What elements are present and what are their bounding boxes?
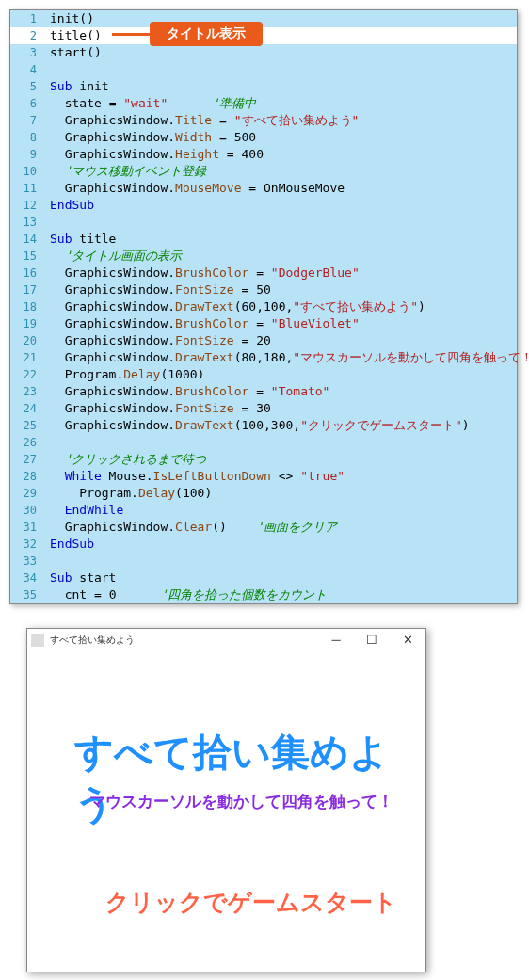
code-content[interactable]: cnt = 0 '四角を拾った個数をカウント	[44, 586, 517, 603]
code-content[interactable]: 'タイトル画面の表示	[44, 248, 517, 265]
code-line[interactable]: 3start()	[10, 44, 517, 61]
code-line[interactable]: 8 GraphicsWindow.Width = 500	[10, 129, 517, 146]
code-content[interactable]: Program.Delay(100)	[44, 485, 517, 502]
code-line[interactable]: 15 'タイトル画面の表示	[10, 248, 517, 265]
code-line[interactable]: 6 state = "wait" '準備中	[10, 95, 517, 112]
code-content[interactable]: start()	[44, 44, 517, 61]
titlebar[interactable]: すべて拾い集めよう ─ ☐ ✕	[27, 629, 425, 651]
line-number: 5	[10, 78, 44, 95]
line-number: 11	[10, 180, 44, 197]
line-number: 15	[10, 248, 44, 265]
line-number: 3	[10, 44, 44, 61]
code-line[interactable]: 20 GraphicsWindow.FontSize = 20	[10, 332, 517, 349]
line-number: 27	[10, 451, 44, 468]
code-content[interactable]: Program.Delay(1000)	[44, 366, 517, 383]
line-number: 30	[10, 502, 44, 519]
code-line[interactable]: 2title()	[10, 27, 517, 44]
code-line[interactable]: 26	[10, 434, 517, 451]
code-content[interactable]: GraphicsWindow.Width = 500	[44, 129, 517, 146]
code-line[interactable]: 23 GraphicsWindow.BrushColor = "Tomato"	[10, 383, 517, 400]
code-line[interactable]: 32EndSub	[10, 536, 517, 553]
callout-connector	[112, 33, 150, 36]
line-number: 16	[10, 265, 44, 281]
code-content[interactable]: GraphicsWindow.Height = 400	[44, 146, 517, 163]
code-line[interactable]: 10 'マウス移動イベント登録	[10, 163, 517, 180]
code-content[interactable]: GraphicsWindow.DrawText(80,180,"マウスカーソルを…	[44, 349, 529, 366]
code-line[interactable]: 21 GraphicsWindow.DrawText(80,180,"マウスカー…	[10, 349, 517, 366]
code-content[interactable]: GraphicsWindow.FontSize = 20	[44, 332, 517, 349]
code-content[interactable]: EndSub	[44, 536, 517, 553]
line-number: 22	[10, 366, 44, 383]
code-line[interactable]: 35 cnt = 0 '四角を拾った個数をカウント	[10, 586, 517, 603]
code-line[interactable]: 28 While Mouse.IsLeftButtonDown <> "true…	[10, 468, 517, 485]
line-number: 24	[10, 400, 44, 417]
line-number: 19	[10, 315, 44, 332]
code-line[interactable]: 24 GraphicsWindow.FontSize = 30	[10, 400, 517, 417]
code-line[interactable]: 11 GraphicsWindow.MouseMove = OnMouseMov…	[10, 180, 517, 197]
code-line[interactable]: 12EndSub	[10, 197, 517, 214]
code-content[interactable]: Sub init	[44, 78, 517, 95]
code-content[interactable]: GraphicsWindow.Title = "すべて拾い集めよう"	[44, 112, 517, 129]
code-line[interactable]: 5Sub init	[10, 78, 517, 95]
line-number: 2	[10, 27, 44, 44]
code-line[interactable]: 18 GraphicsWindow.DrawText(60,100,"すべて拾い…	[10, 298, 517, 315]
line-number: 12	[10, 197, 44, 214]
code-line[interactable]: 7 GraphicsWindow.Title = "すべて拾い集めよう"	[10, 112, 517, 129]
code-line[interactable]: 16 GraphicsWindow.BrushColor = "DodgerBl…	[10, 265, 517, 281]
line-number: 4	[10, 61, 44, 78]
code-line[interactable]: 19 GraphicsWindow.BrushColor = "BlueViol…	[10, 315, 517, 332]
minimize-button[interactable]: ─	[318, 633, 354, 647]
code-line[interactable]: 14Sub title	[10, 231, 517, 248]
code-content[interactable]: 'クリックされるまで待つ	[44, 451, 517, 468]
code-line[interactable]: 1init()	[10, 10, 517, 27]
line-number: 18	[10, 298, 44, 315]
code-content[interactable]: While Mouse.IsLeftButtonDown <> "true"	[44, 468, 517, 485]
line-number: 7	[10, 112, 44, 129]
code-content[interactable]: GraphicsWindow.Clear() '画面をクリア	[44, 519, 517, 536]
code-line[interactable]: 22 Program.Delay(1000)	[10, 366, 517, 383]
line-number: 13	[10, 214, 44, 231]
code-line[interactable]: 17 GraphicsWindow.FontSize = 50	[10, 281, 517, 298]
code-content[interactable]: GraphicsWindow.FontSize = 30	[44, 400, 517, 417]
close-button[interactable]: ✕	[390, 633, 425, 647]
code-content[interactable]: EndWhile	[44, 502, 517, 519]
code-content[interactable]: state = "wait" '準備中	[44, 95, 517, 112]
code-content[interactable]: GraphicsWindow.BrushColor = "BlueViolet"	[44, 315, 517, 332]
code-content[interactable]: GraphicsWindow.BrushColor = "DodgerBlue"	[44, 265, 517, 281]
code-content[interactable]: GraphicsWindow.MouseMove = OnMouseMove	[44, 180, 517, 197]
code-line[interactable]: 27 'クリックされるまで待つ	[10, 451, 517, 468]
code-editor[interactable]: 1init()2title()3start()45Sub init6 state…	[9, 9, 518, 604]
line-number: 33	[10, 553, 44, 570]
code-line[interactable]: 31 GraphicsWindow.Clear() '画面をクリア	[10, 519, 517, 536]
code-line[interactable]: 33	[10, 553, 517, 570]
line-number: 1	[10, 10, 44, 27]
callout-label: タイトル表示	[150, 22, 263, 46]
start-text: クリックでゲームスタート	[105, 887, 397, 918]
code-content[interactable]: Sub title	[44, 231, 517, 248]
line-number: 26	[10, 434, 44, 451]
code-content[interactable]: Sub start	[44, 570, 517, 586]
graphics-canvas[interactable]: すべて拾い集めよう マウスカーソルを動かして四角を触って！ クリックでゲームスタ…	[27, 651, 425, 972]
code-content[interactable]: 'マウス移動イベント登録	[44, 163, 517, 180]
line-number: 23	[10, 383, 44, 400]
line-number: 32	[10, 536, 44, 553]
code-line[interactable]: 4	[10, 61, 517, 78]
code-line[interactable]: 30 EndWhile	[10, 502, 517, 519]
maximize-button[interactable]: ☐	[354, 633, 390, 647]
line-number: 31	[10, 519, 44, 536]
line-number: 17	[10, 281, 44, 298]
code-content[interactable]: GraphicsWindow.DrawText(60,100,"すべて拾い集めよ…	[44, 298, 517, 315]
line-number: 14	[10, 231, 44, 248]
code-content[interactable]: EndSub	[44, 197, 517, 214]
code-content[interactable]: GraphicsWindow.FontSize = 50	[44, 281, 517, 298]
code-line[interactable]: 29 Program.Delay(100)	[10, 485, 517, 502]
app-icon	[31, 634, 44, 647]
code-content[interactable]: GraphicsWindow.DrawText(100,300,"クリックでゲー…	[44, 417, 517, 434]
code-line[interactable]: 9 GraphicsWindow.Height = 400	[10, 146, 517, 163]
code-line[interactable]: 13	[10, 214, 517, 231]
code-line[interactable]: 25 GraphicsWindow.DrawText(100,300,"クリック…	[10, 417, 517, 434]
code-line[interactable]: 34Sub start	[10, 570, 517, 586]
annotation-callout: タイトル表示	[112, 22, 263, 46]
line-number: 9	[10, 146, 44, 163]
code-content[interactable]: GraphicsWindow.BrushColor = "Tomato"	[44, 383, 517, 400]
